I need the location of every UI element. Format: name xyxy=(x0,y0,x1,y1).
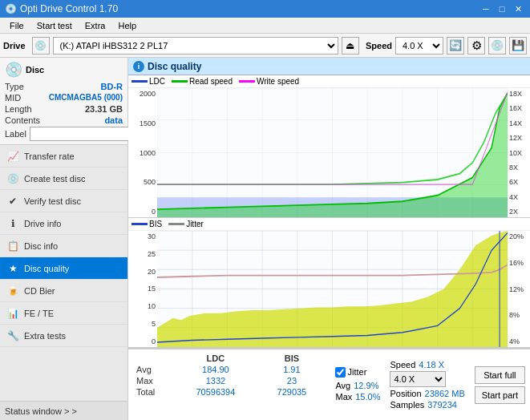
nav-create-test-disc[interactable]: 💿 Create test disc xyxy=(0,168,127,190)
speed-info-value: 4.18 X xyxy=(419,360,444,370)
col-empty xyxy=(133,353,173,364)
nav-disc-info[interactable]: 📋 Disc info xyxy=(0,235,127,257)
drive-info-icon: ℹ xyxy=(6,217,19,230)
max-jitter-row: Max 15.0% xyxy=(335,392,380,402)
chart1-container: LDC Read speed Write speed 2000 xyxy=(128,75,530,218)
type-label: Type xyxy=(5,82,24,91)
contents-label: Contents xyxy=(5,115,40,125)
nav-fe-te-label: FE / TE xyxy=(24,309,54,318)
nav-disc-quality[interactable]: ★ Disc quality xyxy=(0,257,127,280)
drive-icon-button[interactable]: 💿 xyxy=(32,37,50,55)
stats-data-table: LDC BIS Avg 184.90 1.91 Max xyxy=(133,353,326,398)
disc-button[interactable]: 💿 xyxy=(488,37,506,55)
mid-value: CMCMAGBA5 (000) xyxy=(49,93,123,103)
chart1-svg-container xyxy=(157,88,508,217)
chart2-container: BIS Jitter 30 25 20 15 10 xyxy=(128,218,530,348)
content-area: i Disc quality LDC Read speed xyxy=(128,58,530,420)
jitter-checkbox[interactable] xyxy=(335,367,346,378)
refresh-button[interactable]: 🔄 xyxy=(447,37,464,55)
chart2-legend: BIS Jitter xyxy=(128,218,530,231)
label-input[interactable] xyxy=(30,127,136,141)
disc-quality-icon: ★ xyxy=(6,262,19,275)
samples-label: Samples xyxy=(390,400,424,410)
disc-type-row: Type BD-R xyxy=(5,82,123,91)
position-row: Position 23862 MB xyxy=(390,389,464,398)
start-full-button[interactable]: Start full xyxy=(475,366,525,384)
status-window-label: Status window > > xyxy=(5,406,77,416)
titlebar-title: 💿 Opti Drive Control 1.70 xyxy=(5,3,118,14)
legend-bis: BIS xyxy=(131,220,162,228)
nav-transfer-rate[interactable]: 📈 Transfer rate xyxy=(0,145,127,168)
avg-jitter-row: Avg 12.9% xyxy=(335,381,380,390)
save-button[interactable]: 💾 xyxy=(509,37,527,55)
maximize-button[interactable]: □ xyxy=(495,2,509,15)
disc-quality-title: Disc quality xyxy=(148,61,201,72)
disc-icon: 💿 xyxy=(5,61,22,79)
chart2-body: 30 25 20 15 10 5 0 xyxy=(128,231,530,347)
nav-verify-test-disc[interactable]: ✔ Verify test disc xyxy=(0,190,127,212)
chart2-y-right: 20% 16% 12% 8% 4% xyxy=(508,231,530,347)
action-buttons: Start full Start part xyxy=(470,349,530,420)
nav-extra-tests-label: Extra tests xyxy=(24,331,66,341)
legend-jitter: Jitter xyxy=(168,220,204,228)
menubar: File Start test Extra Help xyxy=(0,18,530,34)
menu-help[interactable]: Help xyxy=(111,19,143,32)
max-label: Max xyxy=(133,375,173,386)
type-value: BD-R xyxy=(101,82,123,91)
disc-panel: 💿 Disc Type BD-R MID CMCMAGBA5 (000) Len… xyxy=(0,58,127,145)
position-label: Position xyxy=(390,389,421,398)
legend-read-color xyxy=(172,80,188,83)
max-jitter-value: 15.0% xyxy=(355,392,380,402)
nav-drive-info-label: Drive info xyxy=(24,219,61,228)
nav-fe-te[interactable]: 📊 FE / TE xyxy=(0,302,127,325)
nav-extra-tests[interactable]: 🔧 Extra tests xyxy=(0,325,127,347)
disc-quality-header: i Disc quality xyxy=(128,58,530,75)
titlebar: 💿 Opti Drive Control 1.70 ─ □ ✕ xyxy=(0,0,530,18)
legend-ldc: LDC xyxy=(131,77,165,86)
max-bis: 23 xyxy=(257,375,326,386)
menu-start-test[interactable]: Start test xyxy=(30,19,79,32)
speed-row: Speed 4.18 X xyxy=(390,360,464,370)
close-button[interactable]: ✕ xyxy=(511,2,525,15)
col-ldc: LDC xyxy=(173,353,257,364)
menu-extra[interactable]: Extra xyxy=(79,19,112,32)
avg-ldc: 184.90 xyxy=(173,364,257,375)
extra-tests-icon: 🔧 xyxy=(6,329,19,342)
speed-label: Speed xyxy=(366,41,392,50)
speed-select[interactable]: 4.0 X xyxy=(395,37,443,55)
samples-row: Samples 379234 xyxy=(390,400,464,410)
menu-file[interactable]: File xyxy=(3,19,30,32)
chart2-x-axis: 0.0 2.5 5.0 7.5 10.0 12.5 15.0 17.5 20.0… xyxy=(157,347,508,348)
charts-area: LDC Read speed Write speed 2000 xyxy=(128,75,530,348)
avg-label: Avg xyxy=(133,364,173,375)
eject-button[interactable]: ⏏ xyxy=(342,37,359,55)
legend-write-label: Write speed xyxy=(257,77,299,86)
samples-value: 379234 xyxy=(427,400,457,410)
nav-disc-quality-label: Disc quality xyxy=(24,264,69,273)
legend-bis-label: BIS xyxy=(149,220,162,228)
settings-button[interactable]: ⚙ xyxy=(467,37,485,55)
legend-jitter-label: Jitter xyxy=(186,220,204,228)
nav-drive-info[interactable]: ℹ Drive info xyxy=(0,212,127,235)
status-window[interactable]: Status window > > xyxy=(0,401,127,420)
speed-value-select[interactable]: 4.0 X xyxy=(390,371,446,387)
legend-write-speed: Write speed xyxy=(239,77,299,86)
minimize-button[interactable]: ─ xyxy=(479,2,493,15)
nav-create-test-disc-label: Create test disc xyxy=(24,174,85,184)
chart1-y-left: 2000 1500 1000 500 0 xyxy=(128,88,157,217)
total-bis: 729035 xyxy=(257,386,326,398)
nav-cd-bier-label: CD Bier xyxy=(24,286,55,296)
legend-read-label: Read speed xyxy=(189,77,233,86)
chart2-svg-container xyxy=(157,231,508,347)
nav-cd-bier[interactable]: 🍺 CD Bier xyxy=(0,280,127,302)
disc-contents-row: Contents data xyxy=(5,115,123,125)
stats-area: LDC BIS Avg 184.90 1.91 Max xyxy=(128,348,530,420)
disc-label-row: Label ✎ xyxy=(5,127,123,141)
chart1-legend: LDC Read speed Write speed xyxy=(128,75,530,88)
chart2-y-left: 30 25 20 15 10 5 0 xyxy=(128,231,157,347)
drive-select[interactable]: (K:) ATAPI iHBS312 2 PL17 xyxy=(53,37,338,55)
disc-info-icon: 📋 xyxy=(6,240,19,252)
create-test-disc-icon: 💿 xyxy=(6,172,19,185)
start-part-button[interactable]: Start part xyxy=(475,386,525,404)
main-layout: 💿 Disc Type BD-R MID CMCMAGBA5 (000) Len… xyxy=(0,58,530,420)
